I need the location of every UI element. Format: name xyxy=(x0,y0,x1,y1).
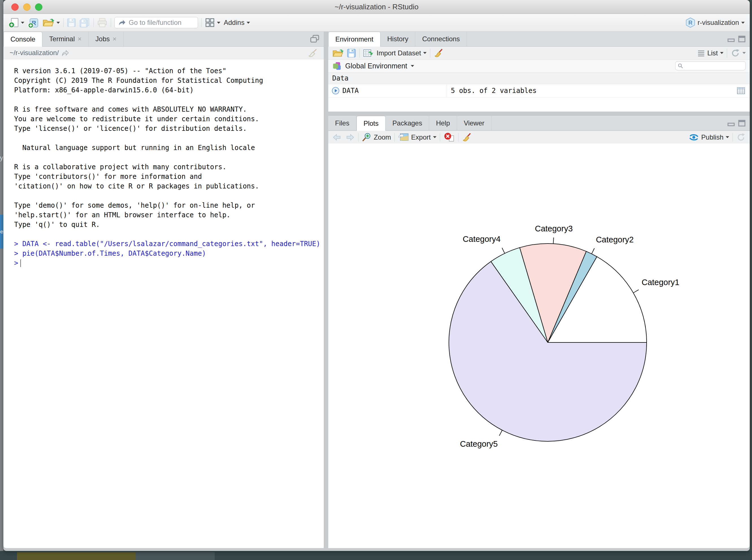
console-output-line: Type 'license()' or 'licence()' for dist… xyxy=(14,124,324,133)
desktop-icon-text-fragment: y xyxy=(0,154,3,162)
save-workspace-icon[interactable] xyxy=(347,48,356,58)
clear-console-broom-icon[interactable] xyxy=(308,48,318,58)
tab-console-label: Console xyxy=(11,35,35,43)
goto-file-input[interactable] xyxy=(128,18,195,27)
load-workspace-folder-icon[interactable] xyxy=(332,48,344,58)
remove-plot-icon[interactable] xyxy=(444,132,455,142)
tab-viewer-label: Viewer xyxy=(464,119,485,127)
new-file-icon xyxy=(8,17,19,28)
console-command-line: > pie(DATA$Number.of.Times, DATA$Categor… xyxy=(14,248,324,258)
open-file-caret-icon xyxy=(57,22,60,24)
restore-pane-icon[interactable] xyxy=(310,34,320,44)
toolbar-divider xyxy=(201,18,202,27)
tab-files[interactable]: Files xyxy=(328,116,357,131)
import-dataset-button[interactable]: Import Dataset xyxy=(363,48,427,58)
tab-environment-label: Environment xyxy=(335,35,373,43)
print-icon xyxy=(97,18,107,27)
toolbar-divider xyxy=(359,48,360,58)
console-command-line: > DATA <- read.table("/Users/lsalazar/co… xyxy=(14,239,324,248)
new-file-button[interactable] xyxy=(8,17,24,28)
tab-plots[interactable]: Plots xyxy=(357,116,386,131)
refresh-caret-icon xyxy=(743,52,746,54)
project-menu-button[interactable]: R r-visualization xyxy=(686,17,745,28)
save-icon xyxy=(67,18,76,27)
publish-plot-button[interactable]: Publish xyxy=(689,133,729,142)
console-output-line: Type 'contributors()' for more informati… xyxy=(14,172,324,181)
console-tabbar: Console Terminal × Jobs × xyxy=(3,32,324,47)
text-cursor xyxy=(20,259,21,267)
view-data-grid-icon[interactable] xyxy=(737,87,745,94)
save-button[interactable] xyxy=(67,18,76,27)
zoom-plot-button[interactable]: Zoom xyxy=(362,133,391,142)
tab-terminal[interactable]: Terminal × xyxy=(42,32,89,46)
toolbar-divider xyxy=(358,133,359,142)
tab-viewer[interactable]: Viewer xyxy=(457,116,491,131)
environment-selector-row: Global Environment xyxy=(328,60,750,73)
addins-caret-icon xyxy=(247,22,250,24)
tab-packages[interactable]: Packages xyxy=(386,116,429,131)
save-all-button[interactable] xyxy=(79,18,90,27)
environment-toolbar: Import Dataset List xyxy=(328,47,750,60)
next-plot-arrow-icon[interactable] xyxy=(345,133,355,141)
zoom-magnifier-icon xyxy=(362,133,371,142)
desktop-dock-fragment xyxy=(17,552,136,560)
minimize-pane-icon[interactable] xyxy=(727,36,735,42)
goto-file-search[interactable] xyxy=(115,17,198,28)
clear-all-plots-broom-icon[interactable] xyxy=(462,133,471,142)
tab-jobs-label: Jobs xyxy=(96,35,110,43)
tab-help[interactable]: Help xyxy=(429,116,457,131)
svg-text:R: R xyxy=(688,20,693,26)
addins-label: Addins xyxy=(224,19,244,26)
tab-environment[interactable]: Environment xyxy=(328,32,381,47)
tab-console[interactable]: Console xyxy=(3,32,42,47)
data-section-header: Data xyxy=(328,73,750,84)
save-all-icon xyxy=(79,18,90,27)
pie-label-tick xyxy=(633,289,639,293)
pie-chart: Category1Category2Category3Category4Cate… xyxy=(328,143,750,548)
publish-label: Publish xyxy=(701,133,724,141)
plot-display-area: Category1Category2Category3Category4Cate… xyxy=(328,143,750,548)
tab-terminal-label: Terminal xyxy=(49,35,75,43)
environment-search-input[interactable] xyxy=(685,62,743,70)
tab-terminal-close-icon[interactable]: × xyxy=(78,36,82,42)
addins-button[interactable]: Addins xyxy=(224,19,250,26)
console-output-line: Type 'q()' to quit R. xyxy=(14,220,324,229)
open-file-button[interactable] xyxy=(42,18,60,28)
export-plot-button[interactable]: Export xyxy=(398,133,436,142)
maximize-pane-icon[interactable] xyxy=(738,120,746,127)
list-view-button[interactable]: List xyxy=(697,49,724,57)
previous-plot-arrow-icon[interactable] xyxy=(332,133,342,141)
expand-object-play-icon[interactable] xyxy=(332,87,340,95)
window-title: ~/r-visualization - RStudio xyxy=(3,0,750,14)
tab-history[interactable]: History xyxy=(381,32,415,46)
refresh-environment-button[interactable] xyxy=(731,48,746,58)
console-output-line: Natural language support but running in … xyxy=(14,143,324,153)
tab-jobs-close-icon[interactable]: × xyxy=(113,36,116,42)
tab-jobs[interactable]: Jobs × xyxy=(89,32,124,46)
project-cube-icon: R xyxy=(686,17,695,28)
environment-selector-label[interactable]: Global Environment xyxy=(345,62,407,70)
refresh-plot-icon[interactable] xyxy=(736,133,746,142)
open-in-files-arrow-icon[interactable] xyxy=(62,50,69,56)
environment-object-row[interactable]: DATA 5 obs. of 2 variables xyxy=(328,84,750,98)
title-bar[interactable]: ~/r-visualization - RStudio xyxy=(3,0,750,14)
open-folder-icon xyxy=(42,18,54,28)
pie-label-tick xyxy=(553,238,554,244)
tab-connections[interactable]: Connections xyxy=(415,32,467,46)
screen: y e ~/r-visualization - RStudio xyxy=(0,0,752,560)
minimize-pane-icon[interactable] xyxy=(727,120,735,126)
console-prompt-line[interactable]: > xyxy=(14,258,324,268)
export-image-icon xyxy=(398,133,409,142)
console-output-line xyxy=(14,191,324,201)
environment-search-box[interactable] xyxy=(675,61,746,71)
new-project-button[interactable]: R xyxy=(28,17,39,28)
export-caret-icon xyxy=(433,136,436,138)
maximize-pane-icon[interactable] xyxy=(738,35,746,43)
pie-label: Category2 xyxy=(596,235,634,244)
list-view-label: List xyxy=(707,49,718,57)
workspace-panes-button[interactable] xyxy=(205,18,220,27)
console-output[interactable]: R version 3.6.1 (2019-07-05) -- "Action … xyxy=(3,59,324,268)
clear-environment-broom-icon[interactable] xyxy=(434,48,443,58)
pie-label: Category1 xyxy=(642,278,679,287)
print-button[interactable] xyxy=(97,18,107,27)
